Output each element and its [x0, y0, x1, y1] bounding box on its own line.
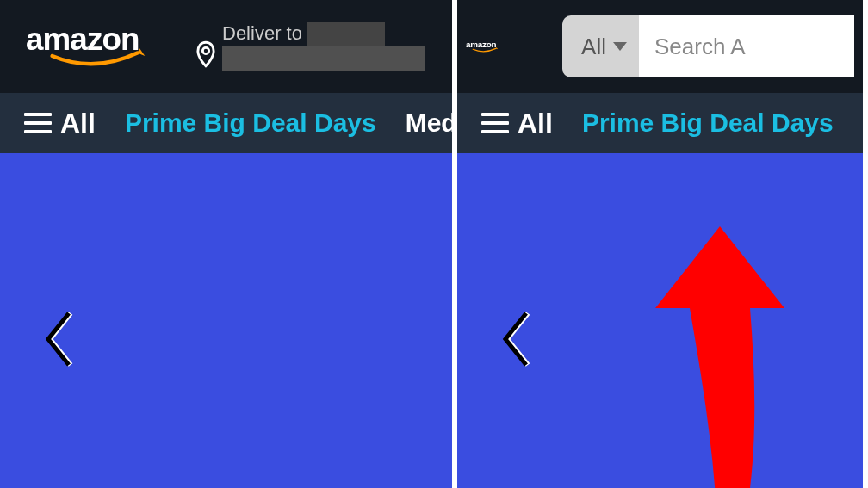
- deliver-label: Deliver to: [222, 22, 302, 45]
- search-category-dropdown[interactable]: All: [562, 15, 639, 77]
- navbar-right: All Prime Big Deal Days Medi: [457, 93, 863, 153]
- hamburger-icon[interactable]: [481, 113, 509, 133]
- amazon-logo[interactable]: amazon: [466, 23, 506, 71]
- deliver-to-box[interactable]: Deliver to: [194, 22, 425, 71]
- panel-left: amazon Deliver to All Prime Big Deal Day…: [0, 0, 457, 488]
- redacted-name: [307, 22, 385, 46]
- chevron-down-icon: [613, 42, 627, 51]
- hero-carousel-right: [457, 153, 863, 488]
- nav-prime-big-deal-days[interactable]: Prime Big Deal Days: [125, 108, 376, 138]
- deliver-text: Deliver to: [222, 22, 425, 71]
- navbar-left: All Prime Big Deal Days Medical Ca: [0, 93, 452, 153]
- carousel-prev-button[interactable]: [41, 308, 78, 374]
- nav-all[interactable]: All: [60, 108, 96, 139]
- chevron-left-icon: [41, 308, 78, 370]
- search-category-label: All: [581, 34, 606, 60]
- search-bar: All: [562, 15, 854, 77]
- chevron-left-icon: [499, 308, 535, 370]
- redacted-address: [222, 46, 425, 71]
- nav-prime-big-deal-days[interactable]: Prime Big Deal Days: [582, 108, 834, 138]
- svg-text:amazon: amazon: [466, 40, 497, 49]
- amazon-logo[interactable]: amazon: [26, 23, 177, 71]
- hamburger-icon[interactable]: [24, 113, 52, 133]
- hero-carousel-left: [0, 153, 452, 488]
- svg-point-1: [202, 47, 208, 53]
- nav-medical[interactable]: Medical Ca: [406, 108, 457, 138]
- search-input[interactable]: [639, 15, 854, 77]
- header-left: amazon Deliver to: [0, 0, 452, 93]
- svg-text:amazon: amazon: [26, 23, 140, 57]
- red-arrow-annotation: [655, 226, 793, 488]
- nav-all[interactable]: All: [518, 108, 553, 139]
- header-right: amazon All: [457, 0, 863, 93]
- panel-right: amazon All All Prime Big Deal Days Medi: [457, 0, 863, 488]
- carousel-prev-button[interactable]: [499, 308, 535, 374]
- location-pin-icon: [194, 40, 218, 68]
